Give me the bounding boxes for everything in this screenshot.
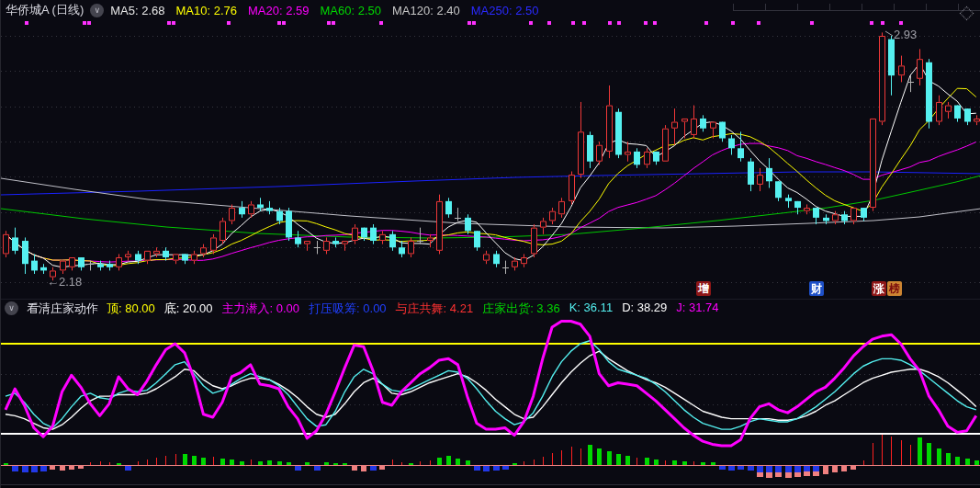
- indicator-field: D: 38.29: [622, 301, 667, 317]
- chevron-down-icon[interactable]: ∨: [90, 4, 104, 17]
- indicator-values: 顶: 80.00底: 20.00主力潜入: 0.00打压吸筹: 0.00与庄共舞…: [107, 301, 719, 317]
- stock-app-window: 华侨城A (日线) ∨ MA5: 2.68MA10: 2.76MA20: 2.5…: [0, 0, 980, 488]
- indicator-field: 主力潜入: 0.00: [222, 301, 300, 317]
- symbol-title: 华侨城A (日线): [6, 2, 84, 18]
- ma-value: MA60: 2.50: [321, 4, 382, 17]
- ma-value: MA20: 2.59: [248, 4, 310, 17]
- event-badge[interactable]: 榜: [887, 281, 902, 296]
- indicator-header: ∨ 看清庄家动作 顶: 80.00底: 20.00主力潜入: 0.00打压吸筹:…: [5, 301, 719, 316]
- ma-value: MA5: 2.68: [110, 4, 164, 17]
- event-badge[interactable]: 财: [809, 281, 824, 296]
- indicator-field: 底: 20.00: [164, 301, 213, 317]
- indicator-field: 庄家出货: 3.36: [482, 301, 560, 317]
- chart-canvas[interactable]: [1, 0, 980, 488]
- ma-value: MA10: 2.76: [176, 4, 238, 17]
- indicator-title: 看清庄家动作: [27, 301, 98, 317]
- indicator-field: 打压吸筹: 0.00: [309, 301, 387, 317]
- main-chart-header: 华侨城A (日线) ∨ MA5: 2.68MA10: 2.76MA20: 2.5…: [6, 1, 538, 19]
- ma-value: MA120: 2.40: [392, 4, 460, 17]
- event-badge[interactable]: 增: [696, 281, 711, 296]
- ma-value: MA250: 2.50: [471, 4, 539, 17]
- indicator-field: 顶: 80.00: [107, 301, 155, 317]
- ma-values: MA5: 2.68MA10: 2.76MA20: 2.59MA60: 2.50M…: [110, 4, 538, 17]
- event-badge[interactable]: 涨: [872, 281, 886, 296]
- indicator-field: 与庄共舞: 4.21: [396, 301, 474, 317]
- indicator-field: K: 36.11: [569, 301, 613, 317]
- time-axis-ticks: [733, 4, 980, 11]
- high-price-annotation: 2.93: [894, 28, 917, 41]
- indicator-field: J: 31.74: [676, 301, 718, 317]
- chevron-down-icon[interactable]: ∨: [5, 301, 18, 315]
- low-price-annotation: ←2.18: [47, 275, 82, 289]
